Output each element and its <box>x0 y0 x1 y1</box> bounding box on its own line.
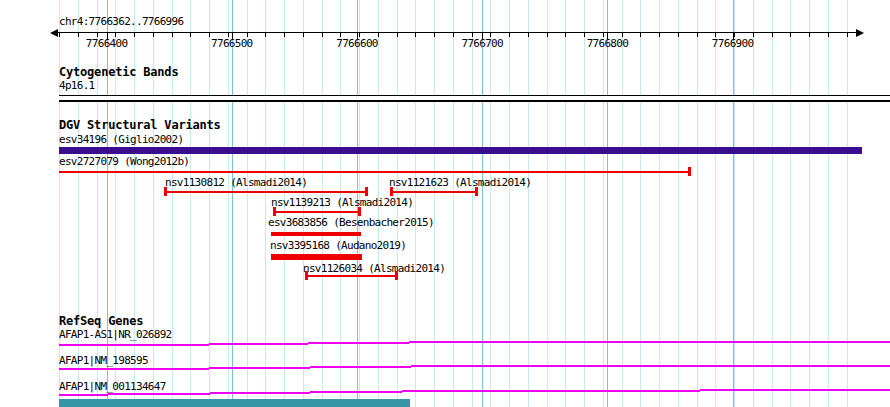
gridline-minor <box>509 0 510 407</box>
gridline-minor <box>697 0 698 407</box>
gridline-minor <box>472 0 473 407</box>
ruler-tick-minor <box>284 33 285 37</box>
ruler-tick-label: 7766900 <box>688 37 778 50</box>
cytoband-bar[interactable] <box>59 95 890 102</box>
gene-line-AFAP1_NM_001134647[interactable] <box>310 391 402 393</box>
ruler-tick-minor <box>790 33 791 37</box>
variant-bar-esv34196[interactable] <box>59 147 862 154</box>
gene-line-AFAP1-AS1_NR_026892[interactable] <box>59 344 209 346</box>
gene-line-AFAP1_NM_001134647[interactable] <box>210 392 310 394</box>
gridline-minor <box>209 0 210 407</box>
gene-line-AFAP1_NM_001134647[interactable] <box>108 393 210 395</box>
gene-line-AFAP1_NM_198595[interactable] <box>209 367 310 369</box>
variant-endtick-nsv1121623[interactable] <box>475 187 478 196</box>
ruler-right-arrow-icon <box>856 29 864 37</box>
variant-label-nsv1126034[interactable]: nsv1126034 (Alsmadi2014) <box>303 263 445 275</box>
gene-line-AFAP1-AS1_NR_026892[interactable] <box>308 342 409 344</box>
header-cytogenetic-bands: Cytogenetic Bands <box>59 66 178 79</box>
variant-line-nsv1126034[interactable] <box>305 275 398 277</box>
ruler-tick-label: 7766600 <box>312 37 402 50</box>
gene-line-AFAP1_NM_001134647[interactable] <box>402 390 700 392</box>
ruler-tick-label: 7766700 <box>437 37 527 50</box>
gridline-minor <box>753 0 754 407</box>
ruler-tick-minor <box>659 33 660 37</box>
gridline-minor <box>828 0 829 407</box>
variant-endtick-esv2727079[interactable] <box>688 167 691 176</box>
gridline-minor <box>453 0 454 407</box>
gene-line-AFAP1-AS1_NR_026892[interactable] <box>209 343 308 345</box>
gridline-minor <box>790 0 791 407</box>
gene-label-AFAP1-AS1_NR_026892[interactable]: AFAP1-AS1|NR_026892 <box>59 329 172 341</box>
coordinate-ruler <box>58 32 856 33</box>
gridline-minor <box>247 0 248 407</box>
ruler-tick-minor <box>59 33 60 37</box>
variant-endtick-nsv1126034[interactable] <box>305 271 308 280</box>
gridline-major <box>232 0 233 407</box>
cytoband-label[interactable]: 4p16.1 <box>59 80 95 92</box>
gridline-minor <box>228 0 229 407</box>
ruler-tick-label: 7766400 <box>62 37 152 50</box>
gridline-minor <box>640 0 641 407</box>
variant-label-nsv3395168[interactable]: nsv3395168 (Audano2019) <box>270 240 406 252</box>
ruler-tick-minor <box>547 33 548 37</box>
gridline-minor <box>622 0 623 407</box>
variant-label-esv3683856[interactable]: esv3683856 (Besenbacher2015) <box>268 217 434 229</box>
ruler-tick-minor <box>528 33 529 37</box>
gridline-major <box>482 0 483 407</box>
gene-line-AFAP1-AS1_NR_026892[interactable] <box>409 341 890 343</box>
gridline-minor <box>603 0 604 407</box>
partial-track-bar[interactable] <box>59 399 410 407</box>
ruler-tick-minor <box>153 33 154 37</box>
header-dgv-structural-variants: DGV Structural Variants <box>59 119 221 132</box>
gene-line-AFAP1_NM_001134647[interactable] <box>700 389 890 391</box>
gridline-major <box>607 0 608 407</box>
gridline-minor <box>734 0 735 407</box>
gridline-minor <box>565 0 566 407</box>
gridline-minor <box>547 0 548 407</box>
variant-line-nsv1121623[interactable] <box>390 191 478 193</box>
variant-endtick-nsv1130812[interactable] <box>164 187 167 196</box>
variant-endtick-nsv1139213[interactable] <box>273 207 276 216</box>
variant-line-nsv1130812[interactable] <box>164 191 368 193</box>
ruler-tick-minor <box>172 33 173 37</box>
ruler-tick-label: 7766500 <box>187 37 277 50</box>
gridline-minor <box>809 0 810 407</box>
region-coordinates: chr4:7766362..7766996 <box>59 16 183 28</box>
gridline-minor <box>528 0 529 407</box>
variant-label-esv2727079[interactable]: esv2727079 (Wong2012b) <box>59 156 189 168</box>
gene-line-AFAP1_NM_001134647[interactable] <box>59 394 108 396</box>
variant-bar-esv3683856[interactable] <box>271 232 361 236</box>
variant-line-esv2727079[interactable] <box>59 171 691 173</box>
gene-label-AFAP1_NM_198595[interactable]: AFAP1|NM_198595 <box>59 355 148 367</box>
variant-label-nsv1121623[interactable]: nsv1121623 (Alsmadi2014) <box>389 177 531 189</box>
ruler-tick-minor <box>678 33 679 37</box>
ruler-left-arrow-icon <box>50 29 58 37</box>
gridline-minor <box>434 0 435 407</box>
variant-endtick-nsv1130812[interactable] <box>365 187 368 196</box>
variant-label-nsv1139213[interactable]: nsv1139213 (Alsmadi2014) <box>271 197 413 209</box>
gene-label-AFAP1_NM_001134647[interactable]: AFAP1|NM_001134647 <box>59 381 166 393</box>
variant-label-esv34196[interactable]: esv34196 (Giglio2002) <box>59 134 183 146</box>
variant-endtick-nsv1126034[interactable] <box>395 271 398 280</box>
variant-bar-nsv3395168[interactable] <box>271 254 362 260</box>
ruler-tick-minor <box>828 33 829 37</box>
variant-line-nsv1139213[interactable] <box>273 211 361 213</box>
gridline-minor <box>659 0 660 407</box>
ruler-tick-minor <box>847 33 848 37</box>
gridline-minor <box>847 0 848 407</box>
gene-line-AFAP1_NM_198595[interactable] <box>59 368 209 370</box>
genome-browser-view: chr4:7766362..7766996 Cytogenetic Bands … <box>0 0 890 407</box>
ruler-tick-minor <box>809 33 810 37</box>
gridline-minor <box>678 0 679 407</box>
gridline-minor <box>715 0 716 407</box>
header-refseq-genes: RefSeq Genes <box>59 315 143 328</box>
variant-endtick-nsv1121623[interactable] <box>390 187 393 196</box>
gene-line-AFAP1_NM_198595[interactable] <box>411 365 890 367</box>
ruler-tick-minor <box>303 33 304 37</box>
ruler-tick-label: 7766800 <box>562 37 652 50</box>
gridline-minor <box>772 0 773 407</box>
gridline-minor <box>584 0 585 407</box>
variant-endtick-nsv1139213[interactable] <box>358 207 361 216</box>
gene-line-AFAP1_NM_198595[interactable] <box>310 366 411 368</box>
variant-label-nsv1130812[interactable]: nsv1130812 (Alsmadi2014) <box>165 177 307 189</box>
